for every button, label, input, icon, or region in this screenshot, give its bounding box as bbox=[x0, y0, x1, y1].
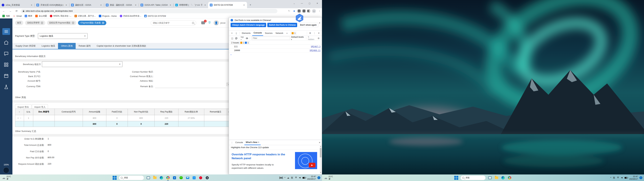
issues-counter[interactable]: ! 1 bbox=[291, 32, 296, 35]
reading-list-icon[interactable] bbox=[308, 10, 310, 12]
log-source-link[interactable]: VM2467:3 bbox=[311, 46, 320, 48]
log-source-link[interactable]: VM2468:11 bbox=[310, 49, 320, 52]
notice-close-icon[interactable]: ✕ bbox=[319, 22, 320, 24]
add-row-icon[interactable]: + bbox=[19, 110, 20, 113]
tab-o2oa-dev[interactable]: 开发社区-O2OA[翱途]企业应用 ✕ bbox=[35, 2, 69, 8]
tab-eikto-oa-active[interactable]: EIKTO OA SYSTEM ✕ bbox=[208, 2, 247, 8]
sidebar-avatar[interactable] bbox=[3, 167, 9, 173]
tab-close-icon[interactable]: ✕ bbox=[134, 4, 137, 6]
onedrive-cloud-icon[interactable]: ☁ bbox=[287, 176, 289, 179]
chip-close-icon[interactable]: ✕ bbox=[102, 22, 104, 24]
chrome-browser-button[interactable] bbox=[508, 176, 512, 180]
taskbar-clock[interactable]: 22:47 2023/5/17 bbox=[307, 175, 316, 180]
restore-button[interactable]: ▢ bbox=[306, 1, 313, 6]
console-log-row[interactable]: 10000 VM2468:11 bbox=[229, 48, 322, 52]
lab-flask-icon[interactable] bbox=[4, 84, 9, 90]
device-toolbar-icon[interactable]: ▯ bbox=[234, 31, 238, 35]
chrome-browser-button-active[interactable] bbox=[166, 176, 170, 180]
tab-close-icon[interactable]: ✕ bbox=[169, 4, 172, 6]
tab-network[interactable]: Network bbox=[274, 30, 284, 36]
address-bar[interactable]: eikto-tech-o2oa.vip.cpolar.cn/x_desktop/… bbox=[21, 9, 278, 13]
weather-widget[interactable]: ☁ 21°C雾 bbox=[2, 175, 36, 180]
cell-contract[interactable] bbox=[55, 115, 83, 121]
drawer-kebab-icon[interactable]: ⋮ bbox=[230, 140, 234, 144]
chip-payment-untitled-active[interactable]: • Payment请款-无标题✕ bbox=[78, 20, 106, 25]
tab-others-active[interactable]: Others 其他 bbox=[58, 43, 76, 49]
game-app-button[interactable]: ◉ bbox=[205, 176, 210, 180]
whatsnew-video-thumbnail[interactable]: ▶ bbox=[295, 152, 317, 169]
apps-grid-icon[interactable] bbox=[4, 62, 9, 67]
task-view-button[interactable] bbox=[488, 176, 492, 180]
devtools-close-icon[interactable]: ✕ bbox=[317, 31, 321, 35]
inspect-element-icon[interactable]: ⌖ bbox=[230, 31, 234, 35]
tab-close-icon[interactable]: ✕ bbox=[65, 4, 68, 6]
console-sidebar-icon[interactable]: ◫ bbox=[230, 36, 234, 40]
cell-reqpay[interactable]: 220 bbox=[155, 115, 178, 121]
hidden-icons-chevron[interactable]: ^ bbox=[610, 176, 611, 179]
chip-home[interactable]: 首页 bbox=[15, 20, 23, 25]
hidden-icons-chevron[interactable]: ^ bbox=[284, 176, 286, 179]
scrollbar-down-arrow[interactable]: ▼ bbox=[320, 172, 322, 174]
edge-browser-button[interactable] bbox=[501, 176, 505, 180]
theme-shirt-icon[interactable]: 👕 bbox=[208, 21, 211, 24]
taskbar-search-box[interactable]: 搜索 bbox=[119, 176, 144, 180]
tab-logistics[interactable]: Logistics 物流 bbox=[38, 43, 58, 49]
tab-oufen-search[interactable]: 搜索 - 藕粉社区 - O2OA ✕ bbox=[104, 2, 139, 8]
drawer-close-icon[interactable]: ✕ bbox=[319, 141, 320, 144]
taskbar-clock[interactable]: 22:47 2023/5/17 bbox=[629, 175, 638, 180]
remark-input-underline[interactable] bbox=[155, 88, 226, 88]
tab-oufen[interactable]: 藕粉社区 - O2OA ✕ bbox=[70, 2, 104, 8]
app-search-box[interactable] bbox=[150, 20, 196, 26]
drawer-tab-console[interactable]: Console bbox=[234, 140, 244, 145]
tab-close-icon[interactable]: ✕ bbox=[100, 4, 102, 6]
task-view-button[interactable] bbox=[146, 176, 150, 180]
new-tab-button[interactable]: + bbox=[248, 2, 253, 7]
share-icon[interactable]: ⎋ bbox=[288, 10, 291, 12]
notification-count-badge[interactable]: 1 bbox=[640, 176, 642, 179]
tab-close-icon[interactable]: ✕ bbox=[243, 4, 245, 6]
media-app-tray-icon[interactable]: M bbox=[280, 177, 283, 179]
tab-search-chevron-icon[interactable]: ⌄ bbox=[291, 1, 298, 6]
calendar-icon[interactable] bbox=[4, 73, 9, 78]
notification-count-badge[interactable]: 1 bbox=[318, 176, 320, 179]
wifi-icon[interactable] bbox=[295, 177, 298, 179]
taskbar-search-box[interactable]: 搜索 bbox=[460, 176, 486, 180]
battery-icon[interactable] bbox=[302, 177, 306, 179]
tab-rebate[interactable]: Rebate 返利 bbox=[76, 43, 94, 49]
console-settings-gear-icon[interactable]: ⚙ bbox=[317, 36, 320, 40]
wifi-icon[interactable] bbox=[617, 177, 620, 179]
chip-close-icon[interactable]: ✕ bbox=[72, 22, 74, 24]
cell-remark[interactable] bbox=[204, 115, 227, 121]
https-lock-icon[interactable] bbox=[23, 11, 24, 12]
tab-bilibili[interactable]: ▸ 哔哩哔哩 ( ゜- ゜)つロ 干杯~-bil ✕ bbox=[174, 2, 208, 8]
settings-gear-icon[interactable]: ⚙ bbox=[308, 31, 312, 35]
minimize-button[interactable]: — bbox=[298, 1, 305, 6]
drawer-scrollbar-thumb[interactable] bbox=[320, 148, 322, 157]
volume-icon[interactable] bbox=[621, 177, 622, 178]
always-match-language-button[interactable]: Always match Chrome's language bbox=[230, 23, 266, 27]
mail-button[interactable] bbox=[186, 176, 190, 180]
close-window-button[interactable]: ✕ bbox=[314, 1, 321, 6]
wechat-button[interactable] bbox=[179, 176, 183, 180]
table-row[interactable]: + − 1 800 0 800 220 27.50% bbox=[15, 115, 230, 121]
user-avatar[interactable]: 👤 bbox=[214, 20, 219, 26]
youtube-play-icon[interactable]: ▶ bbox=[309, 163, 316, 168]
music-app-button[interactable]: ♪ bbox=[198, 176, 203, 180]
forward-button[interactable]: → bbox=[8, 9, 13, 14]
chip-process-app-mgmt[interactable]: 流程应用管理✕ bbox=[25, 20, 45, 25]
scrollbar-up-arrow[interactable]: ▲ bbox=[320, 146, 322, 148]
chat-icon[interactable] bbox=[4, 51, 9, 56]
drawer-tab-whatsnew-active[interactable]: What's New ✕ bbox=[244, 140, 261, 145]
bookmark-csdn-blog[interactable]: C记录点滴，善于分... bbox=[74, 14, 96, 18]
tab-capital-injection[interactable]: Capital injection & shareholder loan 注资&… bbox=[94, 43, 149, 49]
cell-amount[interactable]: 800 bbox=[83, 115, 106, 121]
bookmark-translate[interactable]: A翻译 bbox=[25, 14, 32, 18]
tab-close-icon[interactable]: ✕ bbox=[204, 4, 206, 6]
battery-icon[interactable] bbox=[624, 177, 628, 179]
tab-console-active[interactable]: Console bbox=[252, 30, 263, 36]
row-add-icon[interactable]: + bbox=[18, 117, 19, 119]
start-button[interactable] bbox=[113, 176, 117, 180]
chip-close-icon[interactable]: ✕ bbox=[41, 22, 43, 24]
drawer-tab-close-icon[interactable]: ✕ bbox=[258, 141, 259, 143]
payment-type-select[interactable]: Logistics 物流 ▼ bbox=[38, 33, 88, 39]
